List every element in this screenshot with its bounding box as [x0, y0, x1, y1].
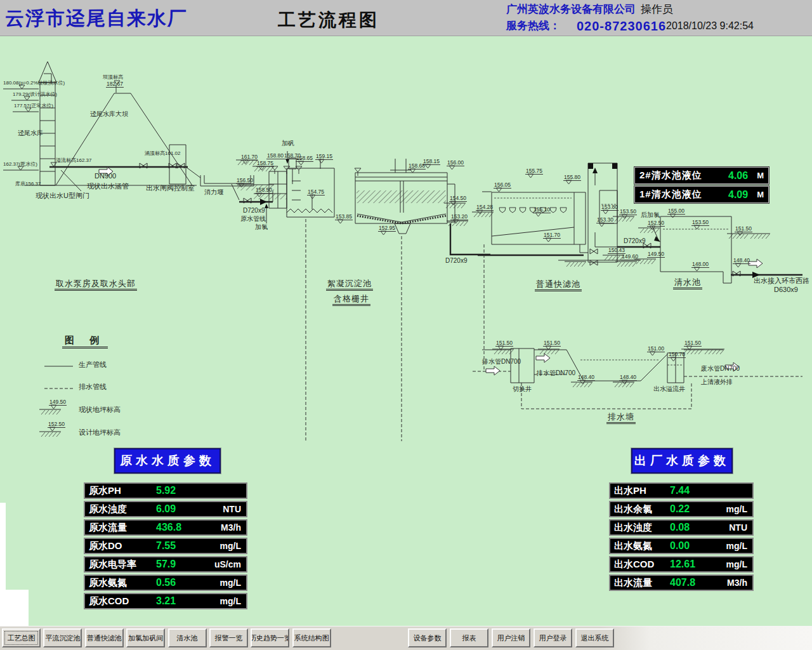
- diagram-label-68: 151.50: [684, 340, 702, 347]
- nav-button-clear-water-tank[interactable]: 清水池: [168, 628, 207, 647]
- param-value: 7.44: [670, 485, 690, 496]
- diagram-label-59: 148.00: [691, 262, 709, 268]
- param-value: 3.21: [156, 595, 176, 607]
- diagram-label-81: 149.50: [49, 399, 67, 406]
- diagram-label-44: 154.28: [476, 204, 494, 211]
- diagram-label-9: 182.67: [106, 81, 124, 88]
- param-value: 57.9: [156, 559, 176, 570]
- diagram-label-18: 158.75: [256, 161, 274, 167]
- diagram-label-75: 排水塘: [606, 413, 636, 424]
- raw-water-row-4: 原水电导率57.9uS/cm: [84, 556, 247, 573]
- nav-button-horizontal-sedimentation[interactable]: 平流沉淀池: [43, 628, 82, 647]
- diagram-label-58: 149.50: [647, 251, 665, 258]
- param-unit: mg/L: [726, 504, 749, 514]
- nav-button-process-overview[interactable]: 工艺总图: [2, 628, 41, 647]
- param-label: 出水流量: [614, 577, 670, 589]
- nav-button-system-structure[interactable]: 系统结构图: [292, 628, 331, 647]
- diagram-label-28: 159.15: [315, 154, 333, 160]
- outlet-water-row-1: 出水余氯0.22mg/L: [609, 501, 754, 517]
- param-value: 12.61: [670, 559, 695, 570]
- diagram-label-13: 现状出水涵管: [87, 183, 129, 190]
- diagram-label-27: 158.65: [296, 156, 313, 162]
- diagram-label-76: 废水管DN700: [701, 366, 740, 373]
- param-value: 6.09: [156, 503, 176, 515]
- diagram-label-65: 151.50: [543, 340, 561, 347]
- param-unit: uS/cm: [214, 559, 242, 569]
- param-label: 原水PH: [89, 485, 156, 497]
- diagram-label-34: 153.20: [450, 214, 468, 220]
- diagram-label-72: 排水管DN700: [537, 370, 575, 377]
- param-value: 0.56: [156, 577, 176, 588]
- param-unit: NTU: [223, 504, 242, 514]
- param-label: 出水PH: [614, 485, 670, 497]
- raw-water-row-2: 原水流量436.8M3/h: [84, 519, 247, 536]
- diagram-label-43: 155.10: [533, 207, 551, 213]
- nav-button-rapid-filter[interactable]: 普通快滤池: [85, 628, 124, 647]
- diagram-label-42: 155.80: [563, 175, 581, 181]
- nav-button-report[interactable]: 报表: [450, 628, 488, 647]
- nav-button-exit-system[interactable]: 退出系统: [575, 628, 614, 647]
- diagram-label-21: D720x9: [243, 208, 265, 215]
- page-title: 工艺流程图: [278, 8, 379, 32]
- level-unit: M: [757, 171, 764, 180]
- plant-name: 云浮市迳尾自来水厂: [5, 6, 188, 32]
- nav-button-chlorine-alum-room[interactable]: 加氯加矾间: [126, 628, 165, 647]
- diagram-label-24: 加矾: [282, 140, 294, 147]
- outlet-water-panel-title: 出厂水质参数: [631, 448, 733, 474]
- diagram-label-50: 150.43: [608, 248, 625, 254]
- diagram-label-36: 152.95: [378, 225, 396, 232]
- diagram-label-80: 排水管线: [79, 383, 107, 391]
- raw-water-row-0: 原水PH5.92: [84, 482, 247, 499]
- outlet-water-row-5: 出水流量407.8M3/h: [609, 574, 754, 591]
- diagram-label-41: 155.75: [525, 168, 543, 175]
- param-label: 原水流量: [89, 522, 156, 534]
- diagram-label-0: 180.08(p=0.2%校核洪水位): [3, 81, 65, 86]
- diagram-label-61: 清水池: [673, 278, 702, 289]
- diagram-label-69: 148.40: [577, 375, 595, 381]
- param-unit: mg/L: [726, 541, 749, 551]
- param-unit: mg/L: [220, 596, 242, 606]
- diagram-label-26: 158.70: [284, 153, 301, 159]
- diagram-label-52: 普通快滤池: [535, 280, 582, 291]
- diagram-label-63: D630x9: [774, 286, 798, 294]
- param-label: 原水氨氮: [89, 577, 156, 589]
- diagram-label-3: 迳尾水库: [18, 130, 43, 137]
- diagram-label-20: 158.50: [255, 187, 273, 194]
- param-value: 5.92: [156, 485, 176, 496]
- param-label: 出水氨氮: [614, 540, 670, 552]
- nav-button-alarm-list[interactable]: 报警一览: [209, 628, 248, 647]
- raw-water-row-1: 原水浊度6.09NTU: [84, 501, 247, 517]
- diagram-label-22: 原水管线: [240, 216, 266, 223]
- param-value: 0.00: [670, 540, 690, 552]
- level-label: 1#清水池液位: [639, 189, 702, 201]
- nav-button-user-login[interactable]: 用户登录: [534, 628, 572, 647]
- level-value: 4.09: [728, 189, 748, 201]
- param-unit: M3/h: [727, 578, 749, 588]
- diagram-label-82: 现状地坪标高: [79, 406, 121, 414]
- param-label: 原水电导率: [89, 559, 156, 571]
- diagram-label-70: 148.40: [619, 375, 637, 381]
- nav-button-user-logout[interactable]: 用户注销: [492, 628, 530, 647]
- param-unit: mg/L: [726, 559, 749, 569]
- diagram-label-57: 151.50: [735, 226, 752, 232]
- diagram-label-40: 156.05: [494, 182, 511, 189]
- diagram-label-66: 151.00: [647, 346, 665, 352]
- param-unit: mg/L: [220, 541, 242, 551]
- diagram-label-23: 加氯: [255, 224, 268, 231]
- diagram-label-78: 图 例: [62, 335, 108, 348]
- nav-button-history-trend[interactable]: 历史趋势一览: [251, 628, 289, 647]
- param-unit: mg/L: [220, 578, 242, 588]
- nav-button-device-params[interactable]: 设备参数: [408, 628, 447, 647]
- level-value: 4.06: [728, 170, 748, 182]
- diagram-label-38: 絮凝沉淀池: [326, 279, 373, 291]
- diagram-label-73: 切换井: [513, 386, 532, 393]
- diagram-label-12: DN900: [95, 173, 116, 180]
- diagram-label-53: 后加氯: [641, 212, 660, 219]
- diagram-label-67: 150.70: [668, 352, 686, 358]
- datetime: 2018/10/23 9:42:54: [666, 18, 754, 34]
- diagram-label-55: 152.50: [647, 220, 665, 227]
- param-label: 原水DO: [89, 540, 156, 552]
- level-display-2: 1#清水池液位4.09M: [634, 186, 769, 203]
- diagram-label-51: 149.60: [621, 254, 639, 260]
- param-value: 7.55: [156, 540, 176, 552]
